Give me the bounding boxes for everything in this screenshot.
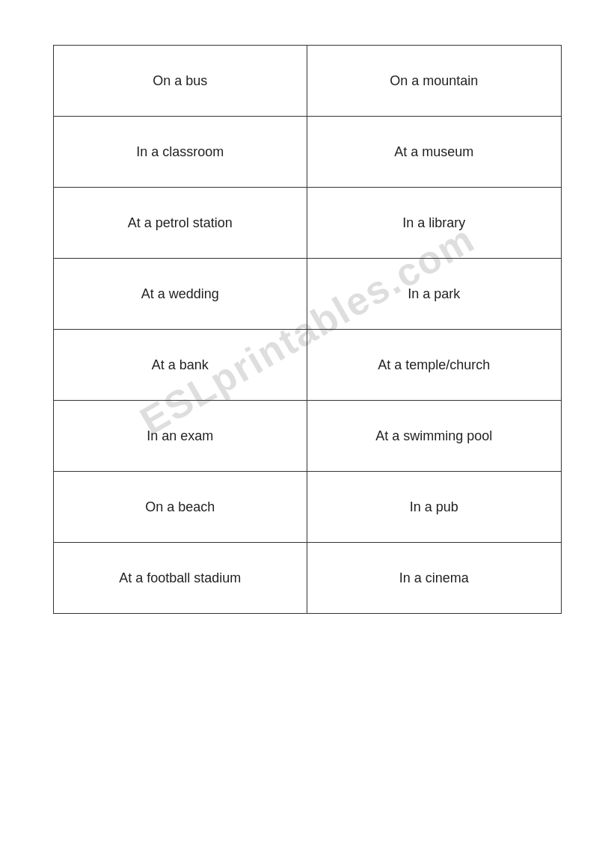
table-row: At a football stadiumIn a cinema (53, 543, 561, 614)
table-row: At a bankAt a temple/church (53, 330, 561, 401)
table-row: In a classroomAt a museum (53, 117, 561, 188)
cell-left-3: At a wedding (53, 259, 307, 330)
table-row: At a weddingIn a park (53, 259, 561, 330)
cell-right-7: In a cinema (307, 543, 562, 614)
cell-right-1: At a museum (307, 117, 562, 188)
cell-left-6: On a beach (53, 472, 307, 543)
table-row: In an examAt a swimming pool (53, 401, 561, 472)
cell-right-0: On a mountain (307, 46, 562, 117)
table-row: On a beachIn a pub (53, 472, 561, 543)
cell-right-6: In a pub (307, 472, 562, 543)
table-wrapper: ESLprintables.com On a busOn a mountainI… (53, 45, 562, 614)
cell-right-3: In a park (307, 259, 562, 330)
cell-left-5: In an exam (53, 401, 307, 472)
cell-right-2: In a library (307, 188, 562, 259)
cell-left-2: At a petrol station (53, 188, 307, 259)
table-row: At a petrol stationIn a library (53, 188, 561, 259)
locations-table: On a busOn a mountainIn a classroomAt a … (53, 45, 562, 614)
cell-right-4: At a temple/church (307, 330, 562, 401)
table-row: On a busOn a mountain (53, 46, 561, 117)
cell-left-4: At a bank (53, 330, 307, 401)
cell-left-0: On a bus (53, 46, 307, 117)
cell-left-7: At a football stadium (53, 543, 307, 614)
cell-left-1: In a classroom (53, 117, 307, 188)
cell-right-5: At a swimming pool (307, 401, 562, 472)
page-container: ESLprintables.com On a busOn a mountainI… (60, 45, 554, 614)
